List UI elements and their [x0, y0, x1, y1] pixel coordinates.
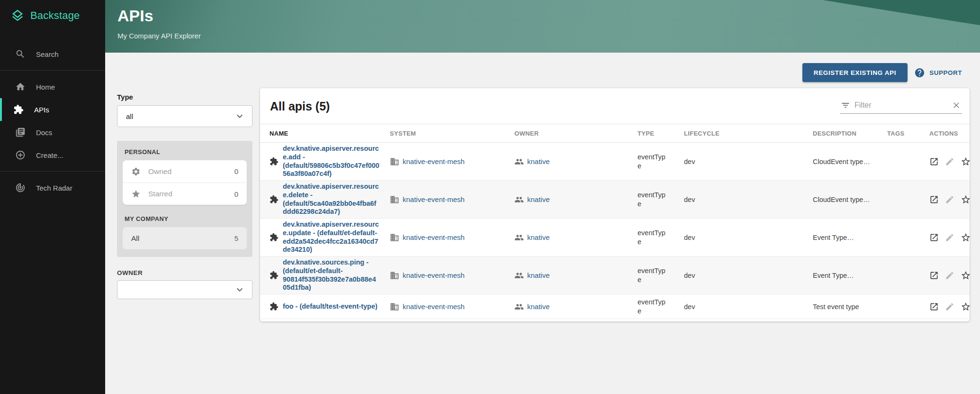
sidebar-divider — [0, 70, 105, 71]
star-border-icon[interactable] — [961, 232, 971, 243]
table-row: dev.knative.sources.ping - (default/et-d… — [260, 257, 970, 294]
register-existing-api-button[interactable]: REGISTER EXISTING API — [802, 63, 908, 82]
api-type: eventType — [638, 298, 668, 316]
column-header-tags[interactable]: TAGS — [887, 130, 929, 137]
owner-group-icon — [514, 271, 524, 280]
api-table-card: All apis (5) NAME SYSTEM OWNER TYPE LIFE… — [260, 88, 970, 321]
column-header-system[interactable]: SYSTEM — [390, 130, 514, 137]
owner-link[interactable]: knative — [527, 157, 550, 165]
sidebar-item-label: Docs — [36, 128, 52, 137]
owner-link[interactable]: knative — [527, 302, 550, 311]
sidebar-item-docs[interactable]: Docs — [0, 121, 105, 144]
owner-group-icon — [514, 233, 524, 242]
api-name-link[interactable]: dev.knative.apiserver.resource.delete - … — [283, 183, 379, 216]
owner-filter-section: OWNER — [117, 269, 252, 299]
personal-card: Owned 0 Starred 0 — [123, 160, 247, 205]
filter-item-count: 5 — [234, 234, 238, 242]
support-button[interactable]: SUPPORT — [914, 63, 962, 82]
filter-item-owned[interactable]: Owned 0 — [123, 160, 247, 183]
company-card: All 5 — [123, 227, 247, 249]
docs-icon — [15, 127, 26, 137]
sidebar-item-home[interactable]: Home — [0, 75, 105, 98]
owner-select[interactable] — [117, 280, 252, 299]
system-link[interactable]: knative-event-mesh — [403, 271, 465, 279]
radar-icon — [15, 183, 26, 193]
api-name-link[interactable]: foo - (default/test-event-type) — [283, 302, 379, 311]
system-link[interactable]: knative-event-mesh — [403, 302, 465, 311]
owner-group-icon — [514, 195, 524, 204]
star-border-icon[interactable] — [961, 302, 971, 312]
owner-heading: OWNER — [117, 269, 252, 276]
api-description: Event Type… — [813, 272, 887, 279]
owner-link[interactable]: knative — [527, 271, 550, 279]
filter-item-label: Owned — [148, 167, 171, 176]
api-name-link[interactable]: dev.knative.sources.ping - (default/et-d… — [283, 258, 379, 292]
api-lifecycle: dev — [684, 158, 813, 165]
sidebar-item-tech-radar[interactable]: Tech Radar — [0, 176, 105, 199]
api-type: eventType — [638, 153, 668, 171]
column-header-name[interactable]: NAME — [270, 130, 390, 137]
sidebar-item-apis[interactable]: APIs — [0, 98, 105, 121]
api-name-link[interactable]: dev.knative.apiserver.resource.add - (de… — [283, 145, 379, 178]
owner-link[interactable]: knative — [527, 233, 550, 241]
table-header-row: NAME SYSTEM OWNER TYPE LIFECYCLE DESCRIP… — [260, 124, 970, 143]
api-name-link[interactable]: dev.knative.apiserver.resource.update - … — [283, 220, 379, 254]
sidebar-item-label: Tech Radar — [36, 184, 72, 192]
sidebar-item-search[interactable]: Search — [0, 43, 105, 65]
edit-pencil-icon[interactable] — [945, 271, 954, 280]
column-header-type[interactable]: TYPE — [638, 130, 684, 137]
owner-group-icon — [514, 157, 524, 166]
api-lifecycle: dev — [684, 234, 813, 241]
edit-pencil-icon[interactable] — [945, 302, 954, 312]
owner-group-icon — [514, 302, 524, 312]
table-row: foo - (default/test-event-type) knative-… — [260, 294, 970, 319]
api-description: CloudEvent type… — [813, 158, 887, 165]
filter-item-starred[interactable]: Starred 0 — [123, 183, 247, 205]
system-link[interactable]: knative-event-mesh — [403, 157, 465, 165]
api-lifecycle: dev — [684, 272, 813, 279]
column-header-lifecycle[interactable]: LIFECYCLE — [684, 130, 813, 137]
star-border-icon[interactable] — [961, 156, 971, 167]
edit-pencil-icon[interactable] — [945, 233, 954, 242]
type-select-value: all — [126, 112, 133, 120]
system-icon — [390, 233, 399, 242]
edit-pencil-icon[interactable] — [945, 157, 954, 166]
star-border-icon[interactable] — [961, 270, 971, 281]
system-link[interactable]: knative-event-mesh — [403, 195, 465, 203]
column-header-actions: ACTIONS — [929, 130, 964, 137]
filter-panel: Type all PERSONAL Owned 0 Starred 0 MY C… — [117, 93, 252, 299]
table-row: dev.knative.apiserver.resource.delete - … — [260, 181, 970, 219]
page-subtitle: My Company API Explorer — [117, 32, 980, 40]
column-header-owner[interactable]: OWNER — [514, 130, 638, 137]
page-title: APIs — [117, 7, 980, 25]
filter-item-all[interactable]: All 5 — [123, 227, 247, 249]
open-in-new-icon[interactable] — [929, 233, 939, 242]
open-in-new-icon[interactable] — [929, 195, 939, 204]
sidebar-item-create[interactable]: Create... — [0, 144, 105, 166]
open-in-new-icon[interactable] — [929, 271, 939, 280]
owner-link[interactable]: knative — [527, 195, 550, 203]
backstage-logo[interactable]: Backstage — [0, 0, 105, 31]
table-filter-input[interactable] — [854, 101, 947, 110]
api-puzzle-icon — [270, 271, 279, 280]
puzzle-icon — [13, 104, 24, 115]
filter-list-icon[interactable] — [841, 101, 850, 110]
open-in-new-icon[interactable] — [929, 157, 939, 166]
sidebar-item-label: APIs — [34, 106, 49, 114]
help-icon — [914, 67, 925, 78]
open-in-new-icon[interactable] — [929, 302, 939, 312]
edit-pencil-icon[interactable] — [945, 195, 954, 204]
support-label: SUPPORT — [929, 69, 962, 76]
filter-item-label: Starred — [148, 190, 172, 198]
system-link[interactable]: knative-event-mesh — [403, 233, 465, 241]
entity-picker-panel: PERSONAL Owned 0 Starred 0 MY COMPANY Al… — [117, 141, 252, 257]
api-lifecycle: dev — [684, 303, 813, 311]
api-type: eventType — [638, 191, 668, 209]
clear-filter-icon[interactable] — [952, 101, 961, 110]
type-select[interactable]: all — [117, 105, 252, 127]
column-header-description[interactable]: DESCRIPTION — [813, 130, 887, 137]
logo-text: Backstage — [30, 9, 80, 22]
star-border-icon[interactable] — [961, 194, 971, 205]
filter-item-count: 0 — [234, 167, 238, 175]
star-icon — [131, 189, 141, 199]
